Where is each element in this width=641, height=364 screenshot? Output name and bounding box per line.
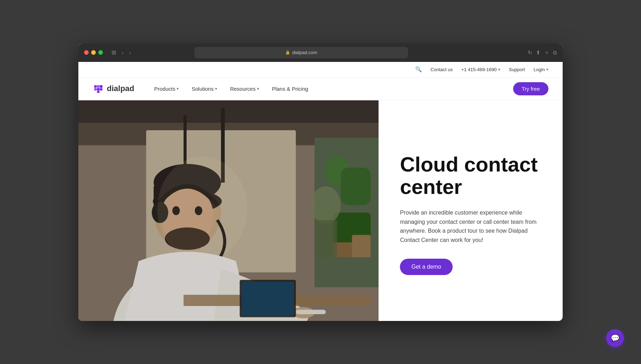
traffic-lights (84, 50, 103, 55)
sidebar-toggle-button[interactable]: ⊞ (110, 48, 118, 57)
svg-point-1 (97, 85, 100, 88)
hero-section: Cloud contact center Provide an incredib… (78, 100, 563, 321)
dialpad-logo-icon (93, 84, 104, 93)
back-button[interactable]: ‹ (120, 48, 125, 57)
title-bar: ⊞ ‹ › 🔒 dialpad.com ↻ ⬆ ＋ ⧉ (78, 43, 563, 62)
minimize-button[interactable] (91, 50, 96, 55)
products-nav-item[interactable]: Products ▾ (148, 83, 184, 95)
support-link[interactable]: Support (509, 67, 525, 72)
security-icon: 🔒 (285, 50, 290, 55)
hero-content: Cloud contact center Provide an incredib… (379, 100, 563, 321)
utility-bar: 🔍 Contact us +1 415-469-1690 ▾ Support L… (78, 62, 563, 78)
contact-us-link[interactable]: Contact us (431, 67, 453, 72)
hero-illustration (78, 100, 379, 321)
website-content: 🔍 Contact us +1 415-469-1690 ▾ Support L… (78, 62, 563, 321)
pricing-nav-item[interactable]: Plans & Pricing (266, 83, 314, 95)
svg-point-39 (157, 156, 247, 261)
svg-point-0 (94, 85, 97, 88)
solutions-chevron-icon: ▾ (215, 86, 217, 91)
logo-link[interactable]: dialpad (93, 84, 134, 93)
svg-point-5 (100, 88, 103, 91)
resources-nav-item[interactable]: Resources ▾ (224, 83, 265, 95)
svg-point-3 (94, 88, 97, 91)
get-demo-button[interactable]: Get a demo (400, 259, 453, 275)
svg-point-4 (97, 88, 100, 91)
hero-description: Provide an incredible customer experienc… (400, 208, 541, 244)
logo-text: dialpad (107, 84, 134, 93)
browser-controls: ⊞ ‹ › (110, 48, 132, 57)
share-button[interactable]: ⬆ (536, 49, 541, 56)
solutions-nav-item[interactable]: Solutions ▾ (186, 83, 223, 95)
url-text: dialpad.com (292, 50, 317, 55)
chat-widget-button[interactable]: 💬 (606, 329, 624, 347)
tabs-button[interactable]: ⧉ (553, 49, 557, 56)
login-link[interactable]: Login ▾ (533, 67, 548, 72)
new-tab-button[interactable]: ＋ (544, 49, 549, 56)
search-icon[interactable]: 🔍 (415, 66, 422, 73)
try-free-button[interactable]: Try free (513, 82, 548, 95)
svg-point-6 (97, 91, 100, 93)
main-navigation: dialpad Products ▾ Solutions ▾ Resources… (78, 78, 563, 100)
products-chevron-icon: ▾ (177, 86, 179, 91)
phone-chevron-icon: ▾ (498, 67, 500, 72)
close-button[interactable] (84, 50, 89, 55)
login-chevron-icon: ▾ (546, 67, 548, 72)
svg-point-2 (100, 85, 103, 88)
maximize-button[interactable] (98, 50, 103, 55)
hero-image (78, 100, 379, 321)
hero-title: Cloud contact center (400, 153, 541, 199)
resources-chevron-icon: ▾ (257, 86, 259, 91)
refresh-button[interactable]: ↻ (528, 49, 532, 56)
chat-widget-icon: 💬 (611, 334, 620, 342)
browser-actions: ↻ ⬆ ＋ ⧉ (528, 49, 557, 56)
address-bar[interactable]: 🔒 dialpad.com (194, 47, 408, 58)
phone-number-link[interactable]: +1 415-469-1690 ▾ (461, 67, 500, 72)
forward-button[interactable]: › (128, 48, 132, 57)
nav-items: Products ▾ Solutions ▾ Resources ▾ Plans… (148, 83, 513, 95)
